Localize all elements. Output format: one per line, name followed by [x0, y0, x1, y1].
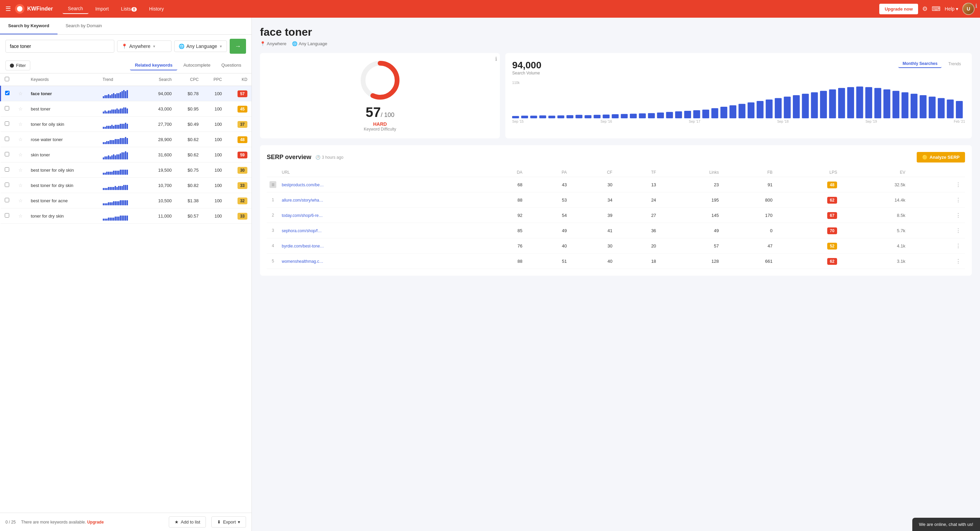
serp-row[interactable]: ☰ bestproducts.com/be… 68 43 30 13 23 91…	[267, 177, 965, 192]
trend-bar	[127, 90, 128, 98]
table-row[interactable]: ☆ best toner for dry skin 10,700 $0.82 1…	[1, 178, 252, 193]
trend-bar	[111, 109, 113, 114]
serp-lps: 62	[775, 254, 840, 269]
upgrade-button[interactable]: Upgrade now	[879, 4, 918, 14]
row-search: 28,900	[145, 132, 176, 147]
table-row[interactable]: ☆ best toner for oily skin 19,500 $0.75 …	[1, 163, 252, 178]
serp-row[interactable]: 5 womenshealthmag.c… 88 51 40 18 128 661…	[267, 254, 965, 269]
filter-tab-autocomplete[interactable]: Autocomplete	[179, 60, 215, 70]
table-row[interactable]: ☆ skin toner 31,600 $0.62 100 59	[1, 147, 252, 163]
menu-icon[interactable]: ☰	[5, 5, 11, 13]
tab-search-by-domain[interactable]: Search by Domain	[57, 18, 110, 34]
analyze-serp-button[interactable]: 🟡 Analyze SERP	[917, 152, 965, 163]
table-row[interactable]: ☆ toner for oily skin 27,700 $0.49 100 3…	[1, 117, 252, 132]
serp-more-button[interactable]: ⋮	[954, 227, 962, 235]
trend-bar	[106, 95, 108, 98]
add-to-list-button[interactable]: ★ Add to list	[169, 517, 206, 528]
serp-url-link[interactable]: allure.com/story/wha…	[282, 198, 323, 203]
trend-bar	[125, 185, 126, 190]
serp-da: 76	[479, 238, 525, 254]
monthly-searches-btn[interactable]: Monthly Searches	[898, 60, 942, 68]
serp-url-link[interactable]: today.com/shop/6-re…	[282, 213, 323, 218]
row-checkbox[interactable]	[5, 213, 9, 217]
header-ppc[interactable]: PPC	[203, 73, 226, 86]
row-search: 31,600	[145, 147, 176, 163]
favorite-star-icon[interactable]: ☆	[18, 167, 23, 173]
row-checkbox[interactable]	[5, 182, 9, 187]
serp-more-button[interactable]: ⋮	[954, 242, 962, 250]
trend-bar	[111, 94, 113, 98]
row-checkbox[interactable]	[5, 91, 10, 95]
help-link[interactable]: Help ▾	[945, 6, 958, 11]
table-row[interactable]: ☆ best toner for acne 10,500 $1.38 100 3…	[1, 193, 252, 208]
filter-button[interactable]: Filter	[5, 60, 30, 70]
serp-lps: 67	[775, 208, 840, 223]
export-button[interactable]: ⬇ Export ▾	[211, 517, 246, 528]
trend-bar	[127, 108, 128, 114]
favorite-star-icon[interactable]: ☆	[18, 152, 23, 157]
table-row[interactable]: ☆ toner for dry skin 11,000 $0.57 100 33	[1, 208, 252, 223]
row-checkbox[interactable]	[5, 137, 9, 141]
keyword-search-input[interactable]	[5, 40, 115, 53]
location-selector[interactable]: 📍 Anywhere ▼	[117, 40, 172, 52]
chart-bar	[829, 89, 836, 118]
filter-tab-questions[interactable]: Questions	[216, 60, 246, 70]
row-checkbox[interactable]	[5, 121, 9, 126]
table-row[interactable]: ☆ best toner 43,000 $0.95 100 45	[1, 101, 252, 117]
serp-more-button[interactable]: ⋮	[954, 181, 962, 189]
nav-import[interactable]: Import	[90, 4, 115, 14]
serp-row[interactable]: 1 allure.com/story/wha… 88 53 34 24 195 …	[267, 192, 965, 208]
serp-row[interactable]: 3 sephora.com/shop/f… 85 49 41 36 49 0 7…	[267, 223, 965, 238]
language-selector[interactable]: 🌐 Any Language ▼	[174, 40, 227, 52]
upgrade-link[interactable]: Upgrade	[87, 520, 104, 525]
trend-bar	[127, 200, 128, 205]
serp-url-link[interactable]: sephora.com/shop/f…	[282, 228, 321, 233]
serp-url-link[interactable]: womenshealthmag.c…	[282, 259, 323, 264]
trend-bar	[118, 109, 119, 114]
keyboard-icon[interactable]: ⌨	[932, 5, 940, 13]
trend-bar	[111, 155, 113, 159]
table-row[interactable]: ☆ rose water toner 28,900 $0.62 100 48	[1, 132, 252, 147]
header-search[interactable]: Search	[145, 73, 176, 86]
favorite-star-icon[interactable]: ☆	[18, 198, 23, 203]
serp-row[interactable]: 4 byrdie.com/best-tone… 76 40 30 20 57 4…	[267, 238, 965, 254]
tab-search-by-keyword[interactable]: Search by Keyword	[0, 18, 57, 34]
trend-bar	[127, 124, 128, 129]
row-checkbox[interactable]	[5, 152, 9, 156]
row-star-cell: ☆	[14, 163, 27, 178]
favorite-star-icon[interactable]: ☆	[18, 213, 23, 219]
header-cpc[interactable]: CPC	[176, 73, 202, 86]
serp-url-link[interactable]: bestproducts.com/be…	[282, 182, 324, 187]
trends-btn[interactable]: Trends	[944, 60, 965, 68]
chat-widget[interactable]: We are online, chat with us!	[912, 518, 980, 531]
filter-tab-related[interactable]: Related keywords	[130, 60, 177, 70]
favorite-star-icon[interactable]: ☆	[18, 91, 23, 96]
select-all-checkbox[interactable]	[5, 77, 9, 81]
favorite-star-icon[interactable]: ☆	[18, 182, 23, 188]
header-trend[interactable]: Trend	[99, 73, 145, 86]
row-checkbox[interactable]	[5, 198, 9, 202]
serp-more-button[interactable]: ⋮	[954, 257, 962, 265]
row-checkbox[interactable]	[5, 167, 9, 172]
search-button[interactable]: →	[230, 39, 246, 54]
row-checkbox[interactable]	[5, 106, 9, 111]
serp-more-button[interactable]: ⋮	[954, 196, 962, 204]
nav-search[interactable]: Search	[63, 4, 89, 14]
kd-info-icon[interactable]: ℹ	[495, 56, 497, 62]
serp-more-button[interactable]: ⋮	[954, 211, 962, 219]
header-kd[interactable]: KD	[226, 73, 251, 86]
favorite-star-icon[interactable]: ☆	[18, 106, 23, 111]
user-avatar[interactable]: U	[962, 3, 975, 15]
favorite-star-icon[interactable]: ☆	[18, 121, 23, 127]
settings-icon[interactable]: ⚙	[922, 5, 928, 13]
serp-url-link[interactable]: byrdie.com/best-tone…	[282, 244, 324, 249]
header-keywords[interactable]: Keywords	[27, 73, 99, 86]
row-cpc: $0.95	[176, 101, 202, 117]
favorite-star-icon[interactable]: ☆	[18, 137, 23, 142]
serp-row[interactable]: 2 today.com/shop/6-re… 92 54 39 27 145 1…	[267, 208, 965, 223]
nav-history[interactable]: History	[143, 4, 169, 14]
trend-bar	[127, 170, 128, 175]
nav-lists[interactable]: Lists0	[116, 4, 142, 14]
kd-description: Keyword Difficulty	[364, 127, 396, 132]
table-row[interactable]: ☆ face toner 94,000 $0.78 100 57	[1, 86, 252, 101]
